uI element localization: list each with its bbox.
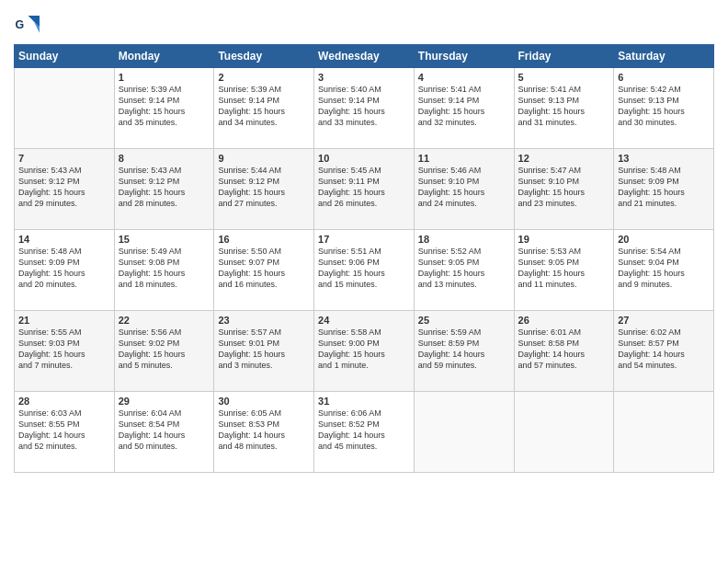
- day-info: Sunrise: 5:40 AM Sunset: 9:14 PM Dayligh…: [318, 84, 410, 129]
- weekday-header: Tuesday: [214, 45, 314, 68]
- day-number: 5: [518, 72, 610, 83]
- calendar-cell: 7Sunrise: 5:43 AM Sunset: 9:12 PM Daylig…: [15, 149, 115, 230]
- calendar-week-row: 7Sunrise: 5:43 AM Sunset: 9:12 PM Daylig…: [15, 149, 714, 230]
- calendar-table: SundayMondayTuesdayWednesdayThursdayFrid…: [14, 44, 714, 473]
- day-number: 26: [518, 315, 610, 326]
- calendar-cell: [614, 392, 714, 473]
- calendar-cell: 11Sunrise: 5:46 AM Sunset: 9:10 PM Dayli…: [414, 149, 514, 230]
- day-number: 8: [119, 153, 210, 164]
- header: G: [14, 9, 714, 39]
- calendar-header: SundayMondayTuesdayWednesdayThursdayFrid…: [15, 45, 714, 68]
- day-number: 17: [318, 234, 410, 245]
- calendar-cell: 23Sunrise: 5:57 AM Sunset: 9:01 PM Dayli…: [214, 311, 314, 392]
- calendar-cell: 27Sunrise: 6:02 AM Sunset: 8:57 PM Dayli…: [614, 311, 714, 392]
- calendar-cell: 30Sunrise: 6:05 AM Sunset: 8:53 PM Dayli…: [214, 392, 314, 473]
- header-row: SundayMondayTuesdayWednesdayThursdayFrid…: [15, 45, 714, 68]
- calendar-cell: 15Sunrise: 5:49 AM Sunset: 9:08 PM Dayli…: [114, 230, 214, 311]
- calendar-cell: 14Sunrise: 5:48 AM Sunset: 9:09 PM Dayli…: [15, 230, 115, 311]
- weekday-header: Wednesday: [314, 45, 415, 68]
- weekday-header: Thursday: [414, 45, 514, 68]
- day-info: Sunrise: 6:03 AM Sunset: 8:55 PM Dayligh…: [18, 408, 110, 453]
- day-number: 20: [618, 234, 710, 245]
- calendar-body: 1Sunrise: 5:39 AM Sunset: 9:14 PM Daylig…: [15, 68, 714, 473]
- day-info: Sunrise: 5:47 AM Sunset: 9:10 PM Dayligh…: [518, 165, 610, 210]
- calendar-cell: 22Sunrise: 5:56 AM Sunset: 9:02 PM Dayli…: [114, 311, 214, 392]
- calendar-cell: 18Sunrise: 5:52 AM Sunset: 9:05 PM Dayli…: [414, 230, 514, 311]
- page-container: G SundayMondayTuesdayWednesdayThursdayFr…: [0, 0, 728, 482]
- day-info: Sunrise: 5:51 AM Sunset: 9:06 PM Dayligh…: [318, 246, 410, 291]
- calendar-cell: [15, 68, 115, 149]
- day-info: Sunrise: 6:06 AM Sunset: 8:52 PM Dayligh…: [318, 408, 410, 453]
- logo: G: [14, 13, 41, 39]
- day-info: Sunrise: 5:50 AM Sunset: 9:07 PM Dayligh…: [218, 246, 310, 291]
- day-info: Sunrise: 5:52 AM Sunset: 9:05 PM Dayligh…: [418, 246, 510, 291]
- calendar-cell: 6Sunrise: 5:42 AM Sunset: 9:13 PM Daylig…: [614, 68, 714, 149]
- day-info: Sunrise: 5:48 AM Sunset: 9:09 PM Dayligh…: [618, 165, 710, 210]
- day-info: Sunrise: 5:43 AM Sunset: 9:12 PM Dayligh…: [119, 165, 210, 210]
- calendar-week-row: 21Sunrise: 5:55 AM Sunset: 9:03 PM Dayli…: [15, 311, 714, 392]
- day-number: 3: [318, 72, 410, 83]
- day-info: Sunrise: 5:49 AM Sunset: 9:08 PM Dayligh…: [119, 246, 210, 291]
- calendar-cell: 24Sunrise: 5:58 AM Sunset: 9:00 PM Dayli…: [314, 311, 415, 392]
- calendar-week-row: 28Sunrise: 6:03 AM Sunset: 8:55 PM Dayli…: [15, 392, 714, 473]
- svg-text:G: G: [16, 18, 25, 31]
- calendar-cell: 5Sunrise: 5:41 AM Sunset: 9:13 PM Daylig…: [514, 68, 614, 149]
- day-info: Sunrise: 5:41 AM Sunset: 9:13 PM Dayligh…: [518, 84, 610, 129]
- day-info: Sunrise: 5:59 AM Sunset: 8:59 PM Dayligh…: [418, 327, 510, 372]
- day-info: Sunrise: 5:44 AM Sunset: 9:12 PM Dayligh…: [218, 165, 310, 210]
- day-number: 16: [218, 234, 310, 245]
- calendar-cell: 19Sunrise: 5:53 AM Sunset: 9:05 PM Dayli…: [514, 230, 614, 311]
- day-info: Sunrise: 6:02 AM Sunset: 8:57 PM Dayligh…: [618, 327, 710, 372]
- day-info: Sunrise: 5:45 AM Sunset: 9:11 PM Dayligh…: [318, 165, 410, 210]
- calendar-cell: 3Sunrise: 5:40 AM Sunset: 9:14 PM Daylig…: [314, 68, 415, 149]
- calendar-cell: 20Sunrise: 5:54 AM Sunset: 9:04 PM Dayli…: [614, 230, 714, 311]
- day-number: 29: [119, 396, 210, 407]
- calendar-week-row: 1Sunrise: 5:39 AM Sunset: 9:14 PM Daylig…: [15, 68, 714, 149]
- day-number: 23: [218, 315, 310, 326]
- calendar-cell: 12Sunrise: 5:47 AM Sunset: 9:10 PM Dayli…: [514, 149, 614, 230]
- day-number: 12: [518, 153, 610, 164]
- day-number: 22: [119, 315, 210, 326]
- day-number: 28: [18, 396, 110, 407]
- day-info: Sunrise: 5:41 AM Sunset: 9:14 PM Dayligh…: [418, 84, 510, 129]
- weekday-header: Sunday: [15, 45, 115, 68]
- day-number: 7: [18, 153, 110, 164]
- calendar-cell: 17Sunrise: 5:51 AM Sunset: 9:06 PM Dayli…: [314, 230, 415, 311]
- calendar-cell: 25Sunrise: 5:59 AM Sunset: 8:59 PM Dayli…: [414, 311, 514, 392]
- weekday-header: Monday: [114, 45, 214, 68]
- day-number: 27: [618, 315, 710, 326]
- day-number: 11: [418, 153, 510, 164]
- day-number: 21: [18, 315, 110, 326]
- day-info: Sunrise: 5:54 AM Sunset: 9:04 PM Dayligh…: [618, 246, 710, 291]
- day-info: Sunrise: 5:39 AM Sunset: 9:14 PM Dayligh…: [218, 84, 310, 129]
- day-number: 24: [318, 315, 410, 326]
- calendar-cell: 1Sunrise: 5:39 AM Sunset: 9:14 PM Daylig…: [114, 68, 214, 149]
- day-number: 30: [218, 396, 310, 407]
- day-info: Sunrise: 5:48 AM Sunset: 9:09 PM Dayligh…: [18, 246, 110, 291]
- calendar-cell: 2Sunrise: 5:39 AM Sunset: 9:14 PM Daylig…: [214, 68, 314, 149]
- day-info: Sunrise: 5:57 AM Sunset: 9:01 PM Dayligh…: [218, 327, 310, 372]
- day-info: Sunrise: 5:58 AM Sunset: 9:00 PM Dayligh…: [318, 327, 410, 372]
- day-number: 10: [318, 153, 410, 164]
- calendar-cell: 8Sunrise: 5:43 AM Sunset: 9:12 PM Daylig…: [114, 149, 214, 230]
- day-info: Sunrise: 6:01 AM Sunset: 8:58 PM Dayligh…: [518, 327, 610, 372]
- calendar-cell: 29Sunrise: 6:04 AM Sunset: 8:54 PM Dayli…: [114, 392, 214, 473]
- day-info: Sunrise: 5:43 AM Sunset: 9:12 PM Dayligh…: [18, 165, 110, 210]
- calendar-cell: 4Sunrise: 5:41 AM Sunset: 9:14 PM Daylig…: [414, 68, 514, 149]
- day-number: 14: [18, 234, 110, 245]
- weekday-header: Friday: [514, 45, 614, 68]
- weekday-header: Saturday: [614, 45, 714, 68]
- day-number: 13: [618, 153, 710, 164]
- day-info: Sunrise: 5:42 AM Sunset: 9:13 PM Dayligh…: [618, 84, 710, 129]
- day-number: 6: [618, 72, 710, 83]
- calendar-cell: 16Sunrise: 5:50 AM Sunset: 9:07 PM Dayli…: [214, 230, 314, 311]
- logo-icon: G: [14, 13, 40, 39]
- day-info: Sunrise: 5:39 AM Sunset: 9:14 PM Dayligh…: [119, 84, 210, 129]
- calendar-cell: 13Sunrise: 5:48 AM Sunset: 9:09 PM Dayli…: [614, 149, 714, 230]
- day-info: Sunrise: 5:46 AM Sunset: 9:10 PM Dayligh…: [418, 165, 510, 210]
- calendar-week-row: 14Sunrise: 5:48 AM Sunset: 9:09 PM Dayli…: [15, 230, 714, 311]
- day-info: Sunrise: 5:53 AM Sunset: 9:05 PM Dayligh…: [518, 246, 610, 291]
- calendar-cell: [514, 392, 614, 473]
- day-number: 31: [318, 396, 410, 407]
- day-info: Sunrise: 5:55 AM Sunset: 9:03 PM Dayligh…: [18, 327, 110, 372]
